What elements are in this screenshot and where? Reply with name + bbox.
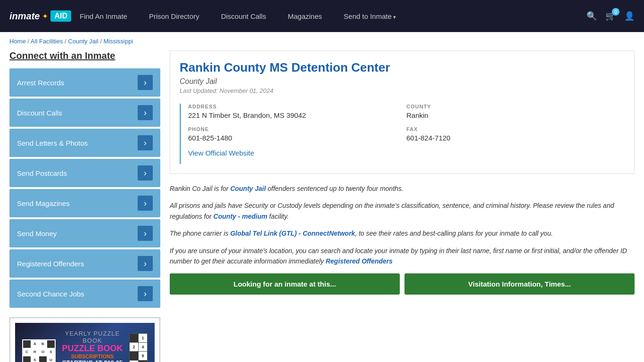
registered-offenders-link[interactable]: Registered Offenders [326,257,393,265]
sidebar-item-label: Send Money [17,230,57,238]
main-content: Rankin County MS Detention Center County… [170,50,635,362]
sidebar-menu: Arrest Records › Discount Calls › Send L… [9,68,160,308]
sidebar-item-registered-offenders[interactable]: Registered Offenders › [9,249,160,278]
facility-description: Rankin Co Jail is for County Jail offend… [170,183,635,266]
desc-p1-after: offenders sentenced up to twenty four mo… [266,185,404,192]
sidebar: Connect with an Inmate Arrest Records › … [9,50,160,362]
breadcrumb-all-facilities[interactable]: All Facilities [31,38,63,45]
sidebar-item-discount-calls[interactable]: Discount Calls › [9,99,160,127]
last-updated: Last Updated: November 01, 2024 [180,87,625,94]
nav-magazines[interactable]: Magazines [280,8,331,25]
facility-type: County Jail [180,77,625,86]
sidebar-item-send-magazines[interactable]: Send Magazines › [9,189,160,217]
facility-name: Rankin County MS Detention Center [180,60,625,75]
sidebar-arrow-icon: › [138,226,153,241]
looking-for-inmate-button[interactable]: Looking for an inmate at this... [170,273,400,295]
fax-item: FAX 601-824-7120 [406,126,625,142]
address-label: ADDRESS [188,104,406,109]
county-item: COUNTY Rankin [406,104,625,119]
sidebar-arrow-icon: › [138,75,153,90]
sidebar-item-label: Discount Calls [17,109,62,117]
sidebar-item-label: Send Letters & Photos [17,139,88,147]
address-value: 221 N Timber St, Brandon, MS 39042 [188,111,406,119]
county-value: Rankin [406,111,625,119]
website-item: View Official Website [188,149,406,157]
search-icon[interactable]: 🔍 [586,11,597,21]
user-icon[interactable]: 👤 [624,11,635,21]
sidebar-arrow-icon: › [138,135,153,150]
nav-send-to-inmate[interactable]: Send to Inmate [335,8,405,25]
bottom-buttons: Looking for an inmate at this... Visitat… [170,273,635,295]
nav-find-inmate[interactable]: Find An Inmate [71,8,136,25]
advertisement[interactable]: AB CROS SU WORD YEARLY PUZZLE BOOK PUZZL… [9,317,160,362]
visitation-info-button[interactable]: Visitation Information, Times... [405,273,635,295]
desc-paragraph-2: All prisons and jails have Security or C… [170,200,635,222]
sidebar-item-send-letters[interactable]: Send Letters & Photos › [9,129,160,157]
website-link[interactable]: View Official Website [188,149,254,157]
sidebar-item-label: Send Postcards [17,169,67,177]
nav-discount-calls[interactable]: Discount Calls [213,8,275,25]
desc-paragraph-3: The phone carrier is Global Tel Link (GT… [170,228,635,239]
main-nav: Find An Inmate Prison Directory Discount… [71,8,586,25]
sidebar-arrow-icon: › [138,256,153,271]
ad-yearly-label: YEARLY PUZZLE BOOK [60,330,124,344]
facility-info-grid: ADDRESS 221 N Timber St, Brandon, MS 390… [180,104,625,164]
puzzle-grid-left: AB CROS SU WORD [22,339,56,362]
logo-text-aid: AID [50,10,71,22]
breadcrumb-home[interactable]: Home [9,38,26,45]
sidebar-arrow-icon: › [138,286,153,301]
ad-puzzle-label: PUZZLE BOOK [60,344,124,354]
facility-card: Rankin County MS Detention Center County… [170,50,635,174]
fax-label: FAX [406,126,625,132]
phone-item: PHONE 601-825-1480 [188,126,406,142]
county-jail-link[interactable]: County Jail [230,185,265,192]
logo-text-inmate: inmate [9,11,40,22]
sidebar-item-label: Second Chance Jobs [17,290,84,298]
logo[interactable]: inmate ✦ AID [9,10,71,22]
ad-content: AB CROS SU WORD YEARLY PUZZLE BOOK PUZZL… [15,323,155,362]
header-icons: 🔍 🛒 0 👤 [586,11,635,21]
desc-p4-before: If you are unsure of your inmate's locat… [170,247,627,265]
gtl-link[interactable]: Global Tel Link (GTL) - ConnectNetwork [230,230,355,237]
sidebar-arrow-icon: › [138,105,153,120]
fax-value: 601-824-7120 [406,134,625,142]
main-layout: Connect with an Inmate Arrest Records › … [0,50,644,362]
sidebar-arrow-icon: › [138,196,153,211]
ad-text: YEARLY PUZZLE BOOK PUZZLE BOOK SUBSCRIPT… [60,330,124,362]
cart-icon[interactable]: 🛒 0 [605,11,616,21]
sidebar-arrow-icon: › [138,165,153,181]
cart-badge: 0 [612,8,619,16]
desc-paragraph-4: If you are unsure of your inmate's locat… [170,246,635,267]
breadcrumb-state[interactable]: Mississippi [103,38,133,45]
desc-p3-before: The phone carrier is [170,230,230,237]
ad-subscriptions-label: SUBSCRIPTIONS [60,354,124,359]
desc-p3-after: , to see their rates and best-calling pl… [355,230,553,237]
desc-p1-before: Rankin Co Jail is for [170,185,230,192]
breadcrumb-county-jail[interactable]: County Jail [68,38,98,45]
county-medium-link[interactable]: County - medium [214,213,267,220]
sidebar-item-second-chance-jobs[interactable]: Second Chance Jobs › [9,280,160,308]
desc-p2-after: facility. [267,213,289,220]
sidebar-item-label: Send Magazines [17,199,70,207]
sidebar-title: Connect with an Inmate [9,50,160,61]
site-header: inmate ✦ AID Find An Inmate Prison Direc… [0,0,644,32]
sidebar-item-arrest-records[interactable]: Arrest Records › [9,68,160,97]
address-item: ADDRESS 221 N Timber St, Brandon, MS 390… [188,104,406,119]
phone-value: 601-825-1480 [188,134,406,142]
desc-paragraph-1: Rankin Co Jail is for County Jail offend… [170,183,635,194]
sidebar-item-label: Arrest Records [17,79,64,87]
sidebar-item-send-money[interactable]: Send Money › [9,219,160,247]
nav-prison-directory[interactable]: Prison Directory [140,8,208,25]
sidebar-item-send-postcards[interactable]: Send Postcards › [9,159,160,187]
breadcrumb: Home / All Facilities / County Jail / Mi… [0,32,644,50]
county-label: COUNTY [406,104,625,109]
phone-label: PHONE [188,126,406,132]
puzzle-grid-right: 1 24 9 5 32 [129,333,148,362]
sidebar-item-label: Registered Offenders [17,260,84,268]
ad-price-label: STARTING AT $19.95 [60,359,124,362]
logo-icon: ✦ [42,12,48,21]
